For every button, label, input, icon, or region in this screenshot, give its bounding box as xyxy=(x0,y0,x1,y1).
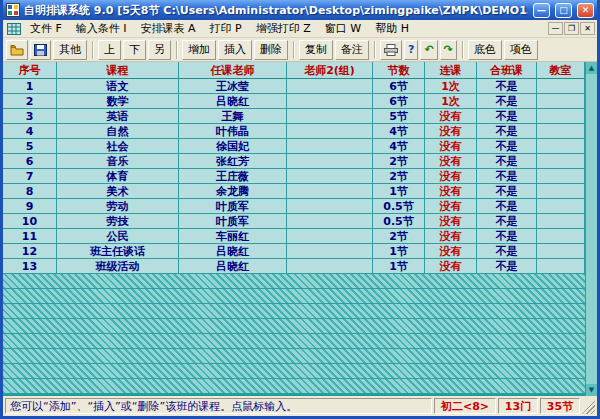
add-button[interactable]: 增加 xyxy=(182,40,216,60)
table-cell[interactable]: 1节 xyxy=(373,184,425,199)
table-cell[interactable]: 9 xyxy=(3,199,57,214)
table-row[interactable]: 6音乐张红芳2节没有不是 xyxy=(3,154,585,169)
table-cell[interactable] xyxy=(287,199,373,214)
background-color-button[interactable]: 底色 xyxy=(468,40,502,60)
table-cell[interactable]: 1次 xyxy=(425,94,477,109)
table-cell[interactable]: 6节 xyxy=(373,94,425,109)
table-cell[interactable]: 吕晓红 xyxy=(179,94,287,109)
maximize-button[interactable]: □ xyxy=(555,3,572,18)
table-cell[interactable] xyxy=(537,169,585,184)
table-cell[interactable]: 1 xyxy=(3,79,57,94)
table-cell[interactable]: 王冰莹 xyxy=(179,79,287,94)
table-cell[interactable] xyxy=(287,214,373,229)
table-cell[interactable]: 吕晓红 xyxy=(179,259,287,274)
up-button[interactable]: 上 xyxy=(98,40,121,60)
table-cell[interactable]: 4节 xyxy=(373,139,425,154)
menu-help[interactable]: 帮助 H xyxy=(368,20,416,37)
table-cell[interactable]: 3 xyxy=(3,109,57,124)
menu-window[interactable]: 窗口 W xyxy=(318,20,368,37)
table-cell[interactable]: 不是 xyxy=(477,124,537,139)
table-row[interactable]: 7体育王庄薇2节没有不是 xyxy=(3,169,585,184)
table-cell[interactable]: 没有 xyxy=(425,184,477,199)
table-cell[interactable]: 没有 xyxy=(425,244,477,259)
table-cell[interactable]: 美术 xyxy=(57,184,179,199)
table-cell[interactable] xyxy=(537,124,585,139)
redo-button[interactable]: ↷ xyxy=(440,40,457,60)
table-row[interactable]: 5社会徐国妃4节没有不是 xyxy=(3,139,585,154)
table-cell[interactable]: 没有 xyxy=(425,229,477,244)
table-cell[interactable]: 王庄薇 xyxy=(179,169,287,184)
menu-input-conditions[interactable]: 输入条件 I xyxy=(69,20,134,37)
table-cell[interactable]: 11 xyxy=(3,229,57,244)
table-cell[interactable]: 音乐 xyxy=(57,154,179,169)
empty-row[interactable] xyxy=(3,379,585,394)
undo-button[interactable]: ↶ xyxy=(420,40,437,60)
table-cell[interactable]: 徐国妃 xyxy=(179,139,287,154)
table-cell[interactable]: 吕晓红 xyxy=(179,244,287,259)
save-button[interactable] xyxy=(30,40,51,60)
table-cell[interactable]: 10 xyxy=(3,214,57,229)
table-cell[interactable]: 0.5节 xyxy=(373,214,425,229)
table-cell[interactable]: 2节 xyxy=(373,229,425,244)
table-cell[interactable] xyxy=(287,169,373,184)
close-button[interactable]: ✕ xyxy=(577,3,594,18)
table-cell[interactable]: 没有 xyxy=(425,214,477,229)
table-cell[interactable] xyxy=(537,244,585,259)
child-restore-button[interactable]: ❐ xyxy=(564,22,579,35)
vertical-scrollbar[interactable]: ▲ ▼ xyxy=(585,62,597,396)
delete-button[interactable]: 删除 xyxy=(254,40,288,60)
table-cell[interactable]: 不是 xyxy=(477,109,537,124)
print-button[interactable] xyxy=(380,40,402,60)
table-row[interactable]: 12班主任谈话吕晓红1节没有不是 xyxy=(3,244,585,259)
table-cell[interactable]: 不是 xyxy=(477,169,537,184)
table-cell[interactable] xyxy=(537,259,585,274)
table-cell[interactable]: 12 xyxy=(3,244,57,259)
empty-row[interactable] xyxy=(3,289,585,304)
table-cell[interactable] xyxy=(287,109,373,124)
note-button[interactable]: 备注 xyxy=(335,40,369,60)
empty-row[interactable] xyxy=(3,274,585,289)
table-row[interactable]: 8美术余龙腾1节没有不是 xyxy=(3,184,585,199)
table-cell[interactable]: 没有 xyxy=(425,169,477,184)
table-cell[interactable]: 5节 xyxy=(373,109,425,124)
menu-enhanced-print[interactable]: 增强打印 Z xyxy=(249,20,318,37)
table-cell[interactable]: 班主任谈话 xyxy=(57,244,179,259)
empty-row[interactable] xyxy=(3,364,585,379)
document-grid-icon[interactable] xyxy=(7,23,21,35)
empty-row[interactable] xyxy=(3,349,585,364)
table-cell[interactable] xyxy=(287,259,373,274)
menu-file[interactable]: 文件 F xyxy=(23,20,69,37)
table-row[interactable]: 4自然叶伟晶4节没有不是 xyxy=(3,124,585,139)
table-row[interactable]: 1语文王冰莹6节1次不是 xyxy=(3,79,585,94)
empty-row[interactable] xyxy=(3,304,585,319)
table-cell[interactable] xyxy=(287,139,373,154)
table-cell[interactable]: 6 xyxy=(3,154,57,169)
table-cell[interactable] xyxy=(537,229,585,244)
table-cell[interactable]: 叶质军 xyxy=(179,214,287,229)
table-cell[interactable]: 英语 xyxy=(57,109,179,124)
table-cell[interactable]: 7 xyxy=(3,169,57,184)
table-cell[interactable]: 1节 xyxy=(373,259,425,274)
child-close-button[interactable]: ✕ xyxy=(580,22,595,35)
table-cell[interactable] xyxy=(287,154,373,169)
table-cell[interactable]: 没有 xyxy=(425,109,477,124)
child-minimize-button[interactable]: — xyxy=(548,22,563,35)
table-cell[interactable] xyxy=(287,184,373,199)
table-cell[interactable] xyxy=(537,94,585,109)
table-cell[interactable]: 数学 xyxy=(57,94,179,109)
table-cell[interactable]: 不是 xyxy=(477,199,537,214)
table-cell[interactable]: 不是 xyxy=(477,154,537,169)
empty-row[interactable] xyxy=(3,334,585,349)
table-row[interactable]: 3英语王舞5节没有不是 xyxy=(3,109,585,124)
table-cell[interactable]: 6节 xyxy=(373,79,425,94)
table-cell[interactable]: 车丽红 xyxy=(179,229,287,244)
table-cell[interactable]: 没有 xyxy=(425,139,477,154)
table-cell[interactable]: 叶质军 xyxy=(179,199,287,214)
table-cell[interactable]: 不是 xyxy=(477,259,537,274)
table-cell[interactable] xyxy=(287,244,373,259)
table-cell[interactable]: 自然 xyxy=(57,124,179,139)
down-button[interactable]: 下 xyxy=(123,40,146,60)
table-cell[interactable]: 张红芳 xyxy=(179,154,287,169)
help-button[interactable]: ? xyxy=(404,40,418,60)
table-cell[interactable]: 4节 xyxy=(373,124,425,139)
